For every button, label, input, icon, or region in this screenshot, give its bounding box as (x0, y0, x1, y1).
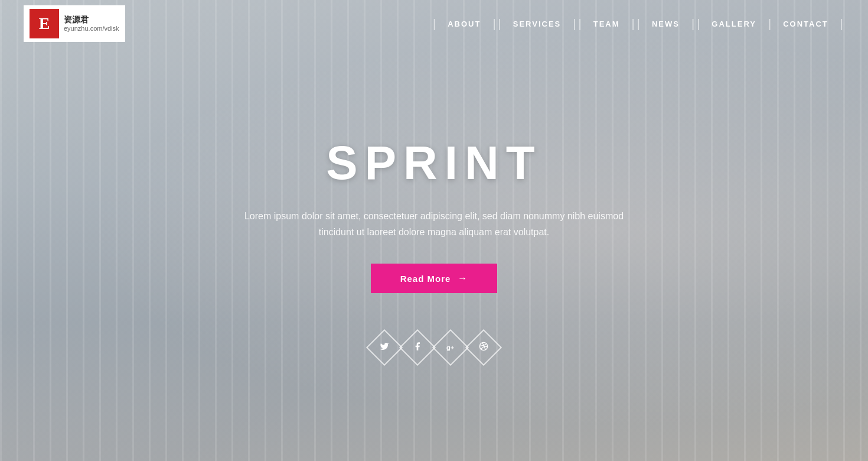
google-plus-icon[interactable]: g+ (432, 329, 469, 366)
nav-separator-6: | (840, 17, 843, 31)
nav-separator-0: | (433, 17, 436, 31)
nav-separator-4b: | (697, 17, 700, 31)
twitter-icon[interactable] (366, 329, 403, 366)
logo-text-block: 资源君 eyunzhu.com/vdisk (64, 15, 119, 33)
nav-item-team[interactable]: TEAM (583, 15, 631, 33)
nav-separator-5: | (768, 17, 771, 31)
nav-item-news[interactable]: NEWS (641, 15, 690, 33)
logo-letter: E (30, 9, 59, 38)
nav-item-contact[interactable]: CONTACT (772, 15, 839, 33)
hero-title: SPRINT (326, 136, 541, 190)
nav-item-services[interactable]: SERVICES (502, 15, 572, 33)
read-more-label: Read More (400, 274, 451, 284)
logo-chinese: 资源君 (64, 15, 119, 25)
social-icons-container: g+ (371, 335, 497, 361)
nav-separator-4: | (691, 17, 694, 31)
hero-section: E 资源君 eyunzhu.com/vdisk | ABOUT | | SERV… (0, 0, 868, 461)
nav-separator-2b: | (579, 17, 582, 31)
nav-separator-3: | (632, 17, 635, 31)
nav-item-about[interactable]: ABOUT (437, 15, 491, 33)
logo-container[interactable]: E 资源君 eyunzhu.com/vdisk (24, 5, 125, 42)
nav-separator-2: | (573, 17, 576, 31)
read-more-arrow: → (458, 273, 468, 284)
nav-item-gallery[interactable]: GALLERY (701, 15, 767, 33)
hero-content: SPRINT Lorem ipsum dolor sit amet, conse… (233, 136, 635, 361)
nav-separator-3b: | (637, 17, 640, 31)
nav-separator-1: | (492, 17, 495, 31)
hero-subtitle: Lorem ipsum dolor sit amet, consectetuer… (233, 208, 635, 240)
facebook-icon[interactable] (399, 329, 436, 366)
dribbble-icon[interactable] (465, 329, 502, 366)
nav-links: | ABOUT | | SERVICES | | TEAM | | NEWS |… (432, 15, 844, 33)
logo-url: eyunzhu.com/vdisk (64, 25, 119, 33)
nav-separator-1b: | (498, 17, 501, 31)
navbar: E 资源君 eyunzhu.com/vdisk | ABOUT | | SERV… (0, 0, 868, 47)
read-more-button[interactable]: Read More → (371, 264, 498, 293)
